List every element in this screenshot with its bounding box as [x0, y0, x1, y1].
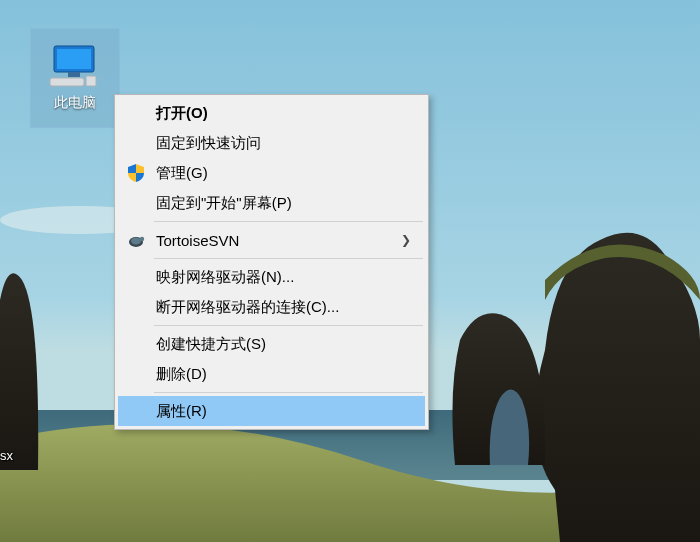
menu-item-create-shortcut[interactable]: 创建快捷方式(S) — [118, 329, 425, 359]
menu-item-open[interactable]: 打开(O) — [118, 98, 425, 128]
submenu-arrow-icon: ❯ — [401, 233, 411, 247]
svg-rect-4 — [57, 49, 91, 69]
menu-item-label: 固定到"开始"屏幕(P) — [156, 194, 292, 213]
menu-item-label: 属性(R) — [156, 402, 207, 421]
menu-separator — [154, 258, 423, 259]
menu-item-label: 删除(D) — [156, 365, 207, 384]
desktop-icon-this-pc[interactable]: 此电脑 — [30, 28, 120, 128]
menu-separator — [154, 221, 423, 222]
menu-item-label: 打开(O) — [156, 104, 208, 123]
menu-item-label: 固定到快速访问 — [156, 134, 261, 153]
menu-item-properties[interactable]: 属性(R) — [118, 396, 425, 426]
menu-item-label: TortoiseSVN — [156, 232, 239, 249]
menu-separator — [154, 392, 423, 393]
svg-rect-7 — [86, 76, 96, 86]
svg-rect-6 — [50, 78, 84, 86]
menu-item-map-network-drive[interactable]: 映射网络驱动器(N)... — [118, 262, 425, 292]
menu-item-label: 映射网络驱动器(N)... — [156, 268, 294, 287]
this-pc-icon — [48, 44, 102, 88]
svg-point-10 — [140, 237, 144, 241]
context-menu: 打开(O) 固定到快速访问 管理(G) 固定到"开始"屏幕(P) — [114, 94, 429, 430]
menu-separator — [154, 325, 423, 326]
menu-item-label: 创建快捷方式(S) — [156, 335, 266, 354]
menu-item-pin-quickaccess[interactable]: 固定到快速访问 — [118, 128, 425, 158]
uac-shield-icon — [126, 163, 146, 183]
menu-item-pin-start[interactable]: 固定到"开始"屏幕(P) — [118, 188, 425, 218]
menu-item-tortoisesvn[interactable]: TortoiseSVN ❯ — [118, 225, 425, 255]
desktop-label-sx: sx — [0, 448, 13, 463]
svg-rect-5 — [68, 72, 80, 77]
svg-point-9 — [131, 238, 141, 245]
desktop-icon-label: 此电脑 — [54, 94, 96, 112]
tortoisesvn-icon — [126, 230, 146, 250]
menu-item-disconnect-network-drive[interactable]: 断开网络驱动器的连接(C)... — [118, 292, 425, 322]
menu-item-manage[interactable]: 管理(G) — [118, 158, 425, 188]
menu-item-label: 管理(G) — [156, 164, 208, 183]
menu-item-delete[interactable]: 删除(D) — [118, 359, 425, 389]
menu-item-label: 断开网络驱动器的连接(C)... — [156, 298, 339, 317]
